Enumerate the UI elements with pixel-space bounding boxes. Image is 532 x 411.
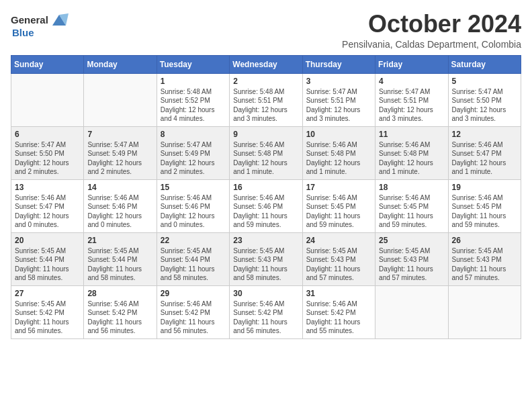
day-number: 28 (87, 289, 152, 298)
day-number: 29 (161, 289, 226, 298)
calendar-cell: 18Sunrise: 5:46 AM Sunset: 5:45 PM Dayli… (375, 179, 448, 232)
day-info: Sunrise: 5:46 AM Sunset: 5:45 PM Dayligh… (306, 193, 371, 230)
day-info: Sunrise: 5:45 AM Sunset: 5:42 PM Dayligh… (15, 300, 80, 336)
day-info: Sunrise: 5:46 AM Sunset: 5:48 PM Dayligh… (233, 140, 298, 177)
calendar-cell: 8Sunrise: 5:47 AM Sunset: 5:49 PM Daylig… (157, 126, 229, 179)
calendar-cell: 13Sunrise: 5:46 AM Sunset: 5:47 PM Dayli… (11, 179, 84, 232)
calendar-cell: 25Sunrise: 5:45 AM Sunset: 5:43 PM Dayli… (375, 232, 448, 285)
day-info: Sunrise: 5:48 AM Sunset: 5:51 PM Dayligh… (233, 87, 298, 124)
day-info: Sunrise: 5:46 AM Sunset: 5:48 PM Dayligh… (379, 140, 444, 177)
calendar-cell: 31Sunrise: 5:46 AM Sunset: 5:42 PM Dayli… (302, 285, 375, 338)
calendar-cell: 16Sunrise: 5:46 AM Sunset: 5:46 PM Dayli… (230, 179, 302, 232)
day-info: Sunrise: 5:46 AM Sunset: 5:42 PM Dayligh… (306, 300, 371, 336)
day-number: 5 (452, 77, 517, 86)
location-subtitle: Pensilvania, Caldas Department, Colombia (342, 39, 521, 50)
calendar-cell: 26Sunrise: 5:45 AM Sunset: 5:43 PM Dayli… (448, 232, 521, 285)
day-number: 26 (452, 236, 517, 245)
day-number: 22 (161, 236, 226, 245)
day-info: Sunrise: 5:45 AM Sunset: 5:43 PM Dayligh… (306, 246, 371, 283)
logo-general: General (11, 14, 48, 26)
day-number: 7 (87, 130, 152, 139)
calendar-cell: 1Sunrise: 5:48 AM Sunset: 5:52 PM Daylig… (157, 73, 229, 126)
day-number: 8 (161, 130, 226, 139)
day-number: 10 (306, 130, 371, 139)
calendar-cell: 12Sunrise: 5:46 AM Sunset: 5:47 PM Dayli… (448, 126, 521, 179)
calendar-cell: 3Sunrise: 5:47 AM Sunset: 5:51 PM Daylig… (302, 73, 375, 126)
calendar-cell: 9Sunrise: 5:46 AM Sunset: 5:48 PM Daylig… (230, 126, 302, 179)
calendar-cell: 22Sunrise: 5:45 AM Sunset: 5:44 PM Dayli… (157, 232, 229, 285)
day-info: Sunrise: 5:46 AM Sunset: 5:42 PM Dayligh… (87, 300, 152, 336)
day-number: 31 (306, 289, 371, 298)
calendar-cell: 14Sunrise: 5:46 AM Sunset: 5:46 PM Dayli… (84, 179, 157, 232)
calendar-cell: 6Sunrise: 5:47 AM Sunset: 5:50 PM Daylig… (11, 126, 84, 179)
day-info: Sunrise: 5:47 AM Sunset: 5:49 PM Dayligh… (87, 140, 152, 177)
calendar-header-row: SundayMondayTuesdayWednesdayThursdayFrid… (11, 55, 521, 73)
day-number: 18 (379, 183, 444, 192)
day-number: 9 (233, 130, 298, 139)
calendar-cell (84, 73, 157, 126)
day-number: 30 (233, 289, 298, 298)
day-info: Sunrise: 5:46 AM Sunset: 5:47 PM Dayligh… (452, 140, 517, 177)
calendar-cell: 20Sunrise: 5:45 AM Sunset: 5:44 PM Dayli… (11, 232, 84, 285)
calendar-cell: 30Sunrise: 5:46 AM Sunset: 5:42 PM Dayli… (230, 285, 302, 338)
title-block: October 2024 Pensilvania, Caldas Departm… (342, 11, 521, 50)
day-info: Sunrise: 5:45 AM Sunset: 5:43 PM Dayligh… (233, 246, 298, 283)
calendar-cell: 10Sunrise: 5:46 AM Sunset: 5:48 PM Dayli… (302, 126, 375, 179)
day-number: 15 (161, 183, 226, 192)
col-header-friday: Friday (375, 55, 448, 73)
day-number: 12 (452, 130, 517, 139)
day-info: Sunrise: 5:45 AM Sunset: 5:43 PM Dayligh… (452, 246, 517, 283)
calendar-cell (375, 285, 448, 338)
day-info: Sunrise: 5:45 AM Sunset: 5:44 PM Dayligh… (87, 246, 152, 283)
day-info: Sunrise: 5:48 AM Sunset: 5:52 PM Dayligh… (161, 87, 226, 124)
day-number: 13 (15, 183, 80, 192)
calendar-week-row: 20Sunrise: 5:45 AM Sunset: 5:44 PM Dayli… (11, 232, 521, 285)
day-info: Sunrise: 5:46 AM Sunset: 5:46 PM Dayligh… (161, 193, 226, 230)
calendar-cell: 29Sunrise: 5:46 AM Sunset: 5:42 PM Dayli… (157, 285, 229, 338)
month-title: October 2024 (342, 11, 521, 38)
day-number: 2 (233, 77, 298, 86)
day-info: Sunrise: 5:47 AM Sunset: 5:49 PM Dayligh… (161, 140, 226, 177)
calendar-cell: 21Sunrise: 5:45 AM Sunset: 5:44 PM Dayli… (84, 232, 157, 285)
day-info: Sunrise: 5:47 AM Sunset: 5:51 PM Dayligh… (379, 87, 444, 124)
calendar-cell: 4Sunrise: 5:47 AM Sunset: 5:51 PM Daylig… (375, 73, 448, 126)
calendar-cell: 28Sunrise: 5:46 AM Sunset: 5:42 PM Dayli… (84, 285, 157, 338)
calendar-cell: 5Sunrise: 5:47 AM Sunset: 5:50 PM Daylig… (448, 73, 521, 126)
day-number: 1 (161, 77, 226, 86)
calendar-table: SundayMondayTuesdayWednesdayThursdayFrid… (11, 55, 521, 339)
day-info: Sunrise: 5:46 AM Sunset: 5:45 PM Dayligh… (452, 193, 517, 230)
calendar-cell: 11Sunrise: 5:46 AM Sunset: 5:48 PM Dayli… (375, 126, 448, 179)
day-number: 16 (233, 183, 298, 192)
day-number: 20 (15, 236, 80, 245)
calendar-cell (11, 73, 84, 126)
day-info: Sunrise: 5:47 AM Sunset: 5:51 PM Dayligh… (306, 87, 371, 124)
day-number: 6 (15, 130, 80, 139)
col-header-thursday: Thursday (302, 55, 375, 73)
calendar-cell: 19Sunrise: 5:46 AM Sunset: 5:45 PM Dayli… (448, 179, 521, 232)
calendar-cell: 27Sunrise: 5:45 AM Sunset: 5:42 PM Dayli… (11, 285, 84, 338)
col-header-saturday: Saturday (448, 55, 521, 73)
logo: General Blue (11, 11, 69, 39)
col-header-monday: Monday (84, 55, 157, 73)
calendar-week-row: 6Sunrise: 5:47 AM Sunset: 5:50 PM Daylig… (11, 126, 521, 179)
calendar-cell: 17Sunrise: 5:46 AM Sunset: 5:45 PM Dayli… (302, 179, 375, 232)
calendar-week-row: 13Sunrise: 5:46 AM Sunset: 5:47 PM Dayli… (11, 179, 521, 232)
day-number: 19 (452, 183, 517, 192)
day-number: 24 (306, 236, 371, 245)
day-info: Sunrise: 5:47 AM Sunset: 5:50 PM Dayligh… (452, 87, 517, 124)
day-info: Sunrise: 5:46 AM Sunset: 5:47 PM Dayligh… (15, 193, 80, 230)
day-info: Sunrise: 5:46 AM Sunset: 5:48 PM Dayligh… (306, 140, 371, 177)
day-info: Sunrise: 5:46 AM Sunset: 5:42 PM Dayligh… (161, 300, 226, 336)
day-number: 25 (379, 236, 444, 245)
logo-icon (50, 11, 69, 30)
day-number: 4 (379, 77, 444, 86)
day-info: Sunrise: 5:45 AM Sunset: 5:44 PM Dayligh… (161, 246, 226, 283)
calendar-week-row: 1Sunrise: 5:48 AM Sunset: 5:52 PM Daylig… (11, 73, 521, 126)
day-info: Sunrise: 5:45 AM Sunset: 5:44 PM Dayligh… (15, 246, 80, 283)
day-number: 27 (15, 289, 80, 298)
col-header-sunday: Sunday (11, 55, 84, 73)
col-header-tuesday: Tuesday (157, 55, 229, 73)
day-info: Sunrise: 5:46 AM Sunset: 5:42 PM Dayligh… (233, 300, 298, 336)
day-info: Sunrise: 5:46 AM Sunset: 5:45 PM Dayligh… (379, 193, 444, 230)
day-info: Sunrise: 5:46 AM Sunset: 5:46 PM Dayligh… (233, 193, 298, 230)
